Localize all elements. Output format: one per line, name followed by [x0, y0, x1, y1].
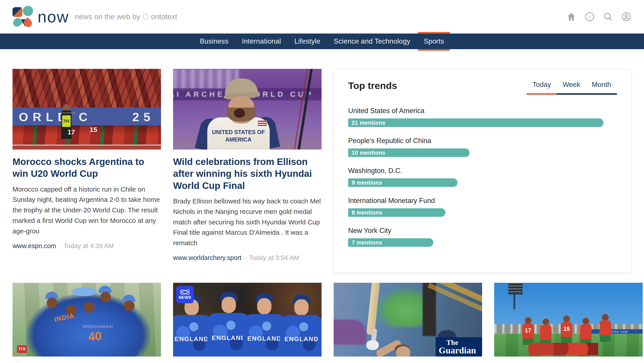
trends-header: Top trends Today Week Month [348, 79, 617, 95]
board-text: ORLD C [19, 110, 92, 124]
nav-item-science-and-technology[interactable]: Science and Technology [327, 33, 417, 49]
meta-separator: · [244, 254, 246, 262]
jersey-number: 17 [68, 128, 75, 136]
nav-label: Sports [424, 37, 444, 45]
guardian-logo: The Guardian [436, 337, 482, 357]
trend-bar: 10 mentions [348, 148, 470, 157]
brand-tagline: news on the web by ontotext [75, 12, 177, 21]
article-headline[interactable]: Wild celebrations from Ellison after win… [173, 156, 322, 192]
trend-name[interactable]: New York City [348, 227, 617, 235]
category-nav: Business International Lifestyle Science… [0, 33, 644, 49]
trend-name[interactable]: People's Republic of China [348, 137, 617, 145]
head [396, 346, 410, 357]
vest-label: SEGURIDAD [61, 112, 72, 114]
trend-item: International Monetary Fund 8 mentions [348, 197, 617, 217]
trend-mentions: 9 mentions [352, 179, 382, 186]
article-headline[interactable]: Morocco shocks Argentina to win U20 Worl… [12, 156, 161, 180]
article-image-morocco-u20[interactable]: ORLD C 25 SEGURIDAD 701 17 15 [12, 69, 161, 150]
trend-item: People's Republic of China 10 mentions [348, 137, 617, 157]
vest-number: 701 [62, 115, 71, 127]
pole [422, 283, 436, 336]
top-header: now news on the web by ontotext i [0, 0, 644, 33]
tab-today[interactable]: Today [526, 79, 557, 95]
header-actions: i [566, 12, 632, 22]
running-track [12, 145, 161, 150]
head [124, 300, 134, 311]
article-image-archery[interactable]: HYUNDAI ARCHERY WORLD CUP UNITED STATES … [173, 69, 322, 150]
purple-canopy [334, 320, 366, 345]
trend-mentions: 7 mentions [352, 239, 382, 246]
trend-item: New York City 7 mentions [348, 227, 617, 247]
abc-news-logo: NEWS [176, 286, 194, 303]
nav-label: Lifestyle [294, 37, 320, 45]
trend-bar: 7 mentions [348, 238, 433, 247]
trend-bar: 21 mentions [348, 118, 604, 127]
trend-mentions: 10 mentions [352, 150, 385, 156]
brand[interactable]: now news on the web by ontotext [12, 6, 177, 28]
trend-mentions: 21 mentions [352, 120, 385, 126]
article-body: Morocco capped off a historic run in Chi… [12, 184, 161, 237]
article-timestamp: Today at 3:54 AM [249, 254, 299, 262]
nav-label: Business [200, 37, 228, 45]
trends-tabs: Today Week Month [526, 79, 617, 95]
jersey-name: SREECHARANI [82, 325, 113, 329]
story-image-england-team[interactable]: ENGLAND ENGLAND ENGLAND ENGLAND NEWS [173, 283, 322, 357]
tab-week[interactable]: Week [557, 79, 586, 95]
jersey-text: UNITED STATES OF AMERICA [210, 128, 266, 143]
ontotext-logo-icon [142, 14, 149, 20]
story-image-guardian-batter[interactable]: The Guardian [334, 283, 482, 357]
crowd-texture [12, 69, 161, 107]
info-icon[interactable]: i [584, 12, 595, 22]
trend-name[interactable]: Washington, D.C. [348, 167, 617, 175]
trend-bar: 8 mentions [348, 208, 446, 217]
article-meta: www.espn.com · Today at 4:39 AM [12, 242, 161, 250]
top-stories-row: ORLD C 25 SEGURIDAD 701 17 15 Morocco sh… [12, 69, 632, 273]
meta-separator: · [59, 242, 61, 250]
trends-title: Top trends [348, 80, 397, 91]
trend-mentions: 8 mentions [352, 209, 382, 216]
article-source-link[interactable]: www.worldarchery.sport [173, 254, 242, 262]
article-card-archery: HYUNDAI ARCHERY WORLD CUP UNITED STATES … [173, 69, 322, 273]
board-number: 25 [132, 110, 155, 124]
floodlight-head [508, 283, 522, 294]
player: ENGLAND [243, 290, 286, 357]
account-icon[interactable] [621, 12, 632, 22]
us-flag-patch [258, 120, 267, 126]
now-logo-icon [12, 6, 34, 28]
nav-label: International [242, 37, 281, 45]
head [47, 298, 58, 308]
celebration-pile [527, 343, 598, 355]
main-content: ORLD C 25 SEGURIDAD 701 17 15 Morocco sh… [0, 69, 644, 357]
article-timestamp: Today at 4:39 AM [64, 242, 114, 250]
nav-item-international[interactable]: International [235, 33, 288, 49]
player [598, 314, 612, 348]
mouth [234, 108, 245, 118]
trend-list: United States of America 21 mentions Peo… [348, 107, 617, 247]
trend-item: Washington, D.C. 9 mentions [348, 167, 617, 187]
ad-board: ORLD C 25 [12, 107, 161, 126]
nav-item-lifestyle[interactable]: Lifestyle [288, 33, 327, 49]
article-source-link[interactable]: www.espn.com [12, 242, 56, 250]
player: ENGLAND [280, 292, 322, 357]
abc-news-label: NEWS [179, 295, 191, 300]
story-image-morocco-pitch[interactable]: FIFASTORE.COM 17 15 [494, 283, 643, 357]
trend-name[interactable]: International Monetary Fund [348, 197, 617, 205]
search-icon[interactable] [603, 12, 613, 22]
trend-name[interactable]: United States of America [348, 107, 617, 115]
batting-glove [366, 340, 379, 350]
tagline-brand: ontotext [151, 12, 177, 21]
nav-item-business[interactable]: Business [193, 33, 235, 49]
trend-bar: 9 mentions [348, 178, 458, 187]
tab-month[interactable]: Month [586, 79, 617, 95]
guard-head [63, 104, 70, 111]
jersey-number: 40 [88, 329, 102, 344]
nav-item-sports[interactable]: Sports [417, 33, 451, 49]
more-stories-row: INDIA SREECHARANI 40 TOI ENGLAND ENGLAND… [12, 283, 632, 357]
tagline-text: news on the web by [75, 12, 140, 21]
article-body: Brady Ellison bellowed his way back to c… [173, 196, 322, 248]
story-image-india-huddle[interactable]: INDIA SREECHARANI 40 TOI [12, 283, 161, 357]
home-icon[interactable] [566, 12, 576, 22]
article-meta: www.worldarchery.sport · Today at 3:54 A… [173, 254, 322, 262]
brand-wordmark: now [38, 7, 69, 26]
article-card-morocco: ORLD C 25 SEGURIDAD 701 17 15 Morocco sh… [12, 69, 161, 273]
